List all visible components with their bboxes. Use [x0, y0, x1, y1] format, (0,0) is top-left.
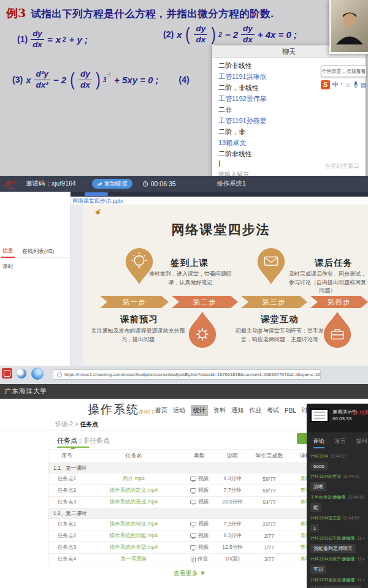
- nav-item[interactable]: 考试: [267, 406, 279, 415]
- hand-cursor: ☝: [107, 71, 111, 79]
- briefcase-icon: [321, 311, 354, 350]
- banner-step3: 第三步: [241, 296, 307, 308]
- step2-heading: 签到上课: [155, 257, 224, 269]
- punctuation-icon[interactable]: ’: [341, 81, 343, 88]
- comment: 计科1104雷志国11:44:591: [310, 515, 364, 532]
- link-icon: [97, 181, 102, 187]
- nav-item[interactable]: 统计: [191, 405, 208, 416]
- copy-link-button[interactable]: 复制链接: [92, 179, 132, 189]
- task-table: 序号任务名类型说明学生完成数详情 1.1、第一课时任务点1简介.mp4视频9.3…: [48, 449, 331, 565]
- screen: 例3试指出下列方程是什么方程，并指出微分方程的阶数. (1)dydx=x2+ y…: [0, 0, 368, 588]
- video-icon: [190, 488, 196, 494]
- active-tab-underline: [57, 447, 89, 448]
- table-row: 任务点2操作系统的定义.mp4视频7.7分钟59/77查看: [48, 485, 331, 497]
- meeting-toolbar: 邀请码：xjuf9164 复制链接 00:06:35 操作系统1: [0, 176, 368, 192]
- page-info-icon[interactable]: [57, 372, 62, 377]
- document-row: 网络课堂四步法.pptx: [71, 197, 368, 205]
- table-row: 任务点1操作系统的特征.mp4视频7.2分钟22/77查看: [48, 519, 331, 530]
- breadcrumb-parent[interactable]: 班级-2 >: [55, 421, 80, 428]
- chat-input[interactable]: 请输入留言: [218, 170, 249, 176]
- brand-logo: [4, 178, 17, 189]
- equation-1: (1)dydx=x2+ y ;: [17, 23, 88, 55]
- address-bar[interactable]: https://mooc1.chaoxing.com/mooc/Analysis…: [53, 369, 321, 380]
- chat-window: 聊天 二阶非线性工管1191洪琳欣二阶，非线性工管1192雷伟泉二非工管1191…: [212, 45, 366, 176]
- nav-item[interactable]: 资料: [213, 406, 226, 415]
- tab-info[interactable]: 信息: [1, 245, 15, 258]
- comment-tabs: 评论发言提问: [307, 432, 368, 451]
- envelope-icon: [255, 246, 288, 285]
- classroom-sidebar: 信息 在线列表(45) 课时: [0, 192, 71, 366]
- homework-icon: [191, 557, 196, 562]
- ime-settings-tooltip[interactable]: 个性设置，点我看看: [321, 66, 367, 77]
- site-header: 广东海洋大学: [0, 384, 368, 399]
- table-row: 任务点4第一章测验作业10(题)3/77查看: [48, 554, 331, 565]
- screen-thumbnail[interactable]: [310, 409, 329, 422]
- baidu-app-icon[interactable]: [31, 368, 44, 380]
- video-icon: [190, 533, 196, 539]
- step1-heading: 课前预习: [105, 314, 173, 325]
- active-doc-tab[interactable]: [85, 192, 108, 196]
- banner-step2: 第二步: [172, 296, 238, 308]
- task-table-body: 1.1、第一课时任务点1简介.mp4视频9.3分钟59/77查看任务点2操作系统…: [48, 463, 331, 565]
- slide-title: 网络课堂四步法: [153, 221, 288, 238]
- classroom-window: 网络课堂四步法.pptx ☛ 网络课堂四步法 签到上课 准时签到，进入课堂，带着…: [0, 192, 368, 366]
- university-name: 广东海洋大学: [5, 387, 47, 396]
- comment: 计科110411:44:376666: [310, 453, 364, 470]
- comment: 计科1104万晓宇@微信11:45:20可以: [310, 556, 364, 574]
- browser-window: https://mooc1.chaoxing.com/mooc/Analysis…: [0, 366, 368, 588]
- microphone-icon[interactable]: [353, 81, 358, 88]
- video-icon: [190, 477, 196, 482]
- comment-tab[interactable]: 评论: [313, 437, 324, 448]
- stop-share-button[interactable]: 结束演示: [353, 409, 368, 416]
- chat-sender: 工管1192雷伟泉: [218, 93, 359, 104]
- comment: 计科1103石宇森@微信11:45:04我能看到老师聊天: [310, 535, 364, 553]
- table-section-row: 1.1、第一课时: [48, 463, 331, 473]
- banner-step1: 第一步: [100, 296, 169, 308]
- math-slide: 例3试指出下列方程是什么方程，并指出微分方程的阶数. (1)dydx=x2+ y…: [0, 0, 368, 176]
- nav-item[interactable]: PBL: [285, 407, 296, 414]
- share-timer: 00:03:33: [332, 416, 351, 421]
- video-icon: [190, 500, 196, 505]
- step2-desc: 准时签到，进入课堂，带着问题听课，认真做好笔记: [146, 270, 235, 287]
- table-section-row: 1.2、第二课时: [48, 508, 331, 519]
- browser-app-icon[interactable]: [17, 369, 26, 379]
- step3-heading: 课堂互动: [245, 314, 314, 325]
- column-header: 学生完成数: [248, 452, 290, 460]
- teacher-webcam-top[interactable]: [329, 0, 368, 54]
- view-more-link[interactable]: 查看更多 ▼: [48, 569, 331, 578]
- nav-item[interactable]: 活动: [173, 406, 185, 415]
- banner-step4: 第四步: [310, 296, 368, 308]
- emoji-icon[interactable]: ☺: [345, 81, 351, 88]
- table-row: 任务点3操作系统的类型.mp4视频12.5分钟1/77查看: [48, 542, 331, 554]
- tab-non-taskpoints[interactable]: 非任务点: [83, 437, 110, 444]
- merge-to-main-link[interactable]: 合并到主窗口: [324, 162, 359, 170]
- example-label: 例3: [6, 6, 26, 20]
- screen-share-bar: 屏幕演示中 00:03:33 结束演示: [307, 404, 368, 432]
- browser-chrome: https://mooc1.chaoxing.com/mooc/Analysis…: [0, 366, 368, 384]
- comment-tab[interactable]: 发言: [335, 437, 346, 448]
- comment-tab[interactable]: 提问: [356, 437, 367, 448]
- nav-item[interactable]: 作业: [249, 406, 261, 415]
- column-header: 任务名: [85, 452, 182, 460]
- ime-toolbar: S 中 ’ ☺ ▤: [321, 80, 366, 89]
- image-app-icon[interactable]: [2, 368, 12, 379]
- table-row: 任务点1简介.mp4视频9.3分钟59/77查看: [48, 473, 331, 485]
- chinese-mode-icon[interactable]: 中: [332, 81, 339, 89]
- tab-online-list[interactable]: 在线列表(45): [22, 247, 54, 255]
- url-text: https://mooc1.chaoxing.com/mooc/Analysis…: [64, 372, 321, 377]
- comment: 计科1104陈世深11:44:42清晰: [310, 473, 364, 491]
- keyboard-icon[interactable]: ▤: [361, 81, 366, 88]
- nav-item[interactable]: 首页: [155, 406, 167, 415]
- sogou-logo-icon[interactable]: S: [321, 80, 330, 89]
- tab-taskpoints[interactable]: 任务点: [57, 437, 77, 444]
- step4-heading: 课后任务: [299, 257, 368, 269]
- example-title: 试指出下列方程是什么方程，并指出微分方程的阶数.: [31, 8, 274, 19]
- exit-icon: [353, 410, 358, 415]
- clock-icon: [142, 181, 148, 187]
- chat-message: 二阶，非: [218, 126, 359, 137]
- chat-sender: 13赖卓文: [218, 137, 359, 148]
- nav-item[interactable]: 通知: [231, 406, 243, 415]
- course-nav: 首页活动统计资料通知作业考试PBL讨论管理: [155, 405, 332, 416]
- column-header: 序号: [48, 452, 85, 460]
- breadcrumb-current: 任务点: [80, 421, 98, 428]
